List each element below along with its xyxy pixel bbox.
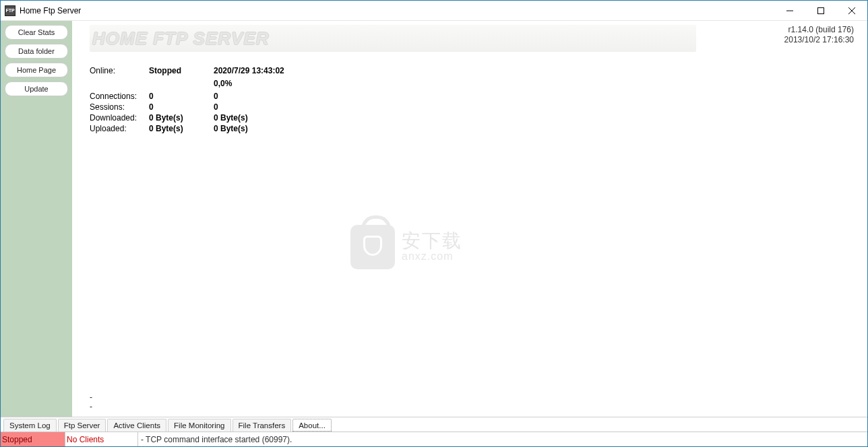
data-folder-button[interactable]: Data folder	[5, 44, 68, 59]
online-label: Online:	[90, 66, 149, 75]
app-window: FTP Home Ftp Server Clear StatsData fold…	[0, 0, 868, 447]
stat-label: Connections:	[90, 92, 149, 101]
stat-current: 0 Byte(s)	[149, 124, 214, 133]
status-server-state: Stopped	[1, 432, 65, 446]
stat-label: Uploaded:	[90, 124, 149, 133]
stats-row: Sessions:00	[90, 102, 867, 112]
version-info: r1.14.0 (build 176) 2013/10/2 17:16:30	[784, 25, 854, 45]
home-page-button[interactable]: Home Page	[5, 63, 68, 77]
close-button[interactable]	[836, 1, 867, 20]
stat-total: 0	[214, 102, 218, 112]
build-time: 2013/10/2 17:16:30	[784, 35, 854, 45]
stat-current: 0	[149, 92, 214, 101]
stat-current: 0	[149, 102, 214, 112]
stats-row: Downloaded:0 Byte(s)0 Byte(s)	[90, 112, 867, 123]
stat-total: 0 Byte(s)	[214, 113, 248, 123]
bottom-tabbar: System LogFtp ServerActive ClientsFile M…	[1, 417, 867, 432]
watermark-text: 安下载 anxz.com	[402, 232, 462, 263]
watermark-icon	[350, 225, 395, 269]
online-time: 2020/7/29 13:43:02	[214, 66, 284, 75]
footer-dashes: - -	[90, 392, 92, 411]
svg-rect-1	[818, 7, 824, 13]
status-clients: No Clients	[65, 432, 138, 446]
tab-system-log[interactable]: System Log	[3, 419, 57, 432]
percent-value: 0,0%	[214, 79, 232, 88]
titlebar[interactable]: FTP Home Ftp Server	[1, 1, 867, 21]
stat-total: 0	[214, 92, 218, 101]
clear-stats-button[interactable]: Clear Stats	[5, 25, 68, 40]
version-line: r1.14.0 (build 176)	[784, 25, 854, 35]
content-panel: r1.14.0 (build 176) 2013/10/2 17:16:30 H…	[72, 21, 867, 417]
stat-label: Sessions:	[90, 102, 149, 112]
app-icon: FTP	[5, 5, 16, 16]
status-message: - TCP command interface started (60997).	[138, 432, 867, 446]
online-status: Stopped	[149, 66, 214, 75]
tab-active-clients[interactable]: Active Clients	[107, 419, 166, 432]
window-title: Home Ftp Server	[20, 6, 774, 15]
stat-current: 0 Byte(s)	[149, 113, 214, 123]
banner-title: HOME FTP SERVER	[92, 28, 270, 49]
update-button[interactable]: Update	[5, 81, 68, 96]
stat-label: Downloaded:	[90, 113, 149, 123]
tab-file-transfers[interactable]: File Transfers	[232, 419, 292, 432]
sidebar: Clear StatsData folderHome PageUpdate	[1, 21, 72, 417]
tab-about[interactable]: About...	[292, 419, 332, 432]
stats-row: Connections:00	[90, 91, 867, 102]
stat-total: 0 Byte(s)	[214, 124, 248, 133]
client-area: Clear StatsData folderHome PageUpdate r1…	[1, 21, 867, 446]
app-banner: HOME FTP SERVER	[90, 25, 696, 52]
watermark: 安下载 anxz.com	[350, 220, 499, 274]
stats-block: Online: Stopped 2020/7/29 13:43:02 0,0% …	[90, 65, 867, 134]
window-controls	[774, 1, 867, 20]
tab-ftp-server[interactable]: Ftp Server	[58, 419, 106, 432]
main-row: Clear StatsData folderHome PageUpdate r1…	[1, 21, 867, 417]
stats-row: Uploaded:0 Byte(s)0 Byte(s)	[90, 123, 867, 134]
tab-file-monitoring[interactable]: File Monitoring	[168, 419, 230, 432]
statusbar: Stopped No Clients - TCP command interfa…	[1, 432, 867, 446]
maximize-button[interactable]	[805, 1, 836, 20]
minimize-button[interactable]	[774, 1, 805, 20]
